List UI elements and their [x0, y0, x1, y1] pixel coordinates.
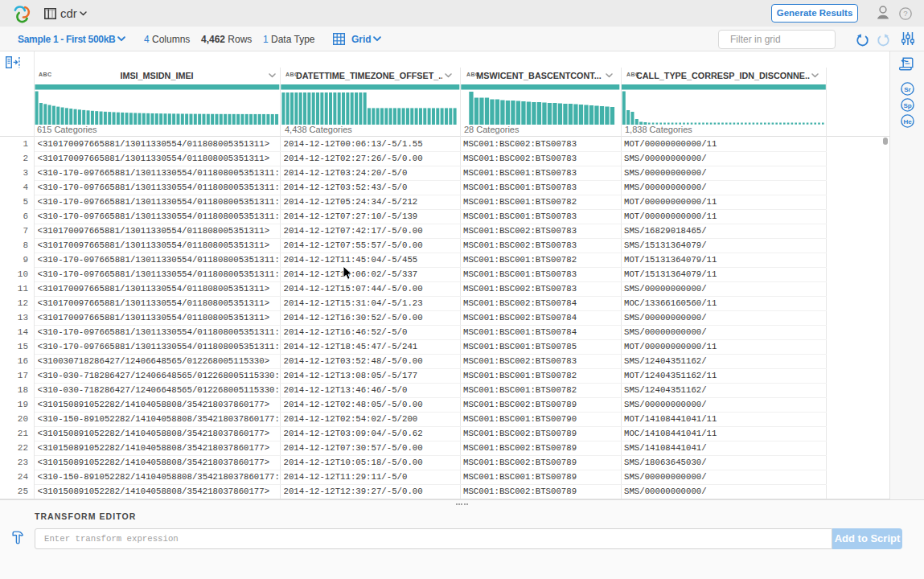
- svg-text:?: ?: [903, 9, 907, 18]
